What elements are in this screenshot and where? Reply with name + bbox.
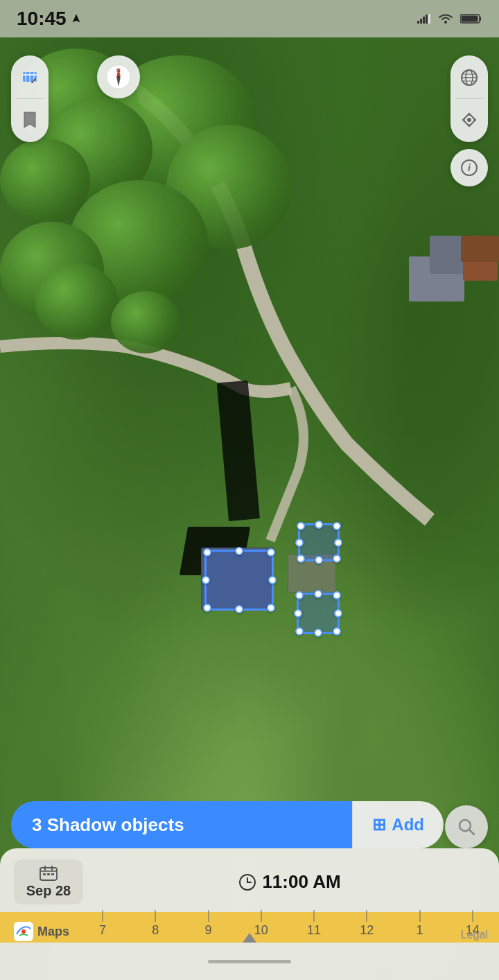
shadow-object-2[interactable] [204, 550, 274, 611]
right-control-pill-1 [450, 55, 488, 142]
search-button[interactable] [445, 805, 488, 848]
time-display: 10:45 [17, 8, 67, 30]
location-arrow-icon [71, 13, 82, 24]
legal-label: Legal [461, 929, 488, 940]
svg-rect-6 [423, 17, 425, 24]
ruler-track: 7 8 9 10 11 12 1 14 [76, 910, 499, 943]
ruler-hour: 9 [182, 910, 235, 938]
svg-text:i: i [468, 162, 471, 173]
ruler-hour: 12 [340, 910, 393, 938]
info-button[interactable]: i [450, 149, 488, 186]
ruler-hour: 7 [76, 910, 129, 938]
timeline-time-display: 11:00 AM [94, 871, 485, 893]
home-indicator [208, 960, 291, 963]
svg-point-20 [117, 76, 120, 78]
compass-container: N [97, 55, 140, 98]
compass-button[interactable]: N [97, 55, 140, 98]
status-time: 10:45 [17, 8, 82, 30]
ruler-hour: 8 [129, 910, 182, 938]
add-icon: ⊞ [372, 815, 386, 834]
wifi-icon [438, 13, 453, 24]
timeline-top: Sep 28 11:00 AM [0, 848, 499, 910]
shadow-object-1[interactable] [298, 523, 340, 561]
add-button[interactable]: ⊞ Add [352, 801, 444, 848]
bottom-bar [0, 943, 499, 980]
bottom-action-bar: 3 Shadow objects ⊞ Add [11, 801, 444, 848]
left-controls [11, 55, 49, 142]
svg-point-47 [21, 929, 26, 934]
svg-rect-41 [47, 873, 50, 875]
apple-maps-logo [14, 922, 33, 941]
clock-icon [238, 873, 256, 891]
svg-rect-11 [462, 16, 478, 22]
maps-label: Maps [37, 925, 69, 939]
status-bar: 10:45 [0, 0, 499, 37]
svg-line-35 [469, 830, 474, 834]
add-label: Add [392, 815, 424, 834]
svg-rect-40 [43, 873, 46, 875]
compass-icon: N [106, 64, 131, 89]
svg-point-27 [467, 118, 471, 122]
ruler-hour: 11 [288, 910, 340, 938]
shadow-objects-button[interactable]: 3 Shadow objects [11, 801, 352, 848]
svg-point-9 [444, 21, 447, 24]
svg-rect-42 [51, 873, 54, 875]
svg-rect-3 [461, 236, 499, 262]
tool-button[interactable] [15, 62, 45, 93]
timeline-date[interactable]: Sep 28 [14, 859, 83, 904]
svg-text:N: N [116, 67, 121, 73]
search-icon [457, 817, 476, 837]
location-button[interactable] [454, 105, 484, 135]
svg-rect-4 [417, 21, 419, 24]
left-control-pill [11, 55, 49, 142]
svg-rect-5 [420, 19, 422, 24]
maps-brand: Maps [14, 922, 69, 941]
shadow-object-3[interactable] [297, 593, 340, 634]
signal-icon [417, 14, 431, 24]
timeline-bar[interactable]: Sep 28 11:00 AM 7 8 9 [0, 848, 499, 943]
svg-rect-7 [426, 15, 428, 24]
timeline-time-label: 11:00 AM [262, 871, 340, 893]
right-controls: i [450, 55, 488, 186]
shadow-objects-label: 3 Shadow objects [32, 814, 184, 836]
legal-link[interactable]: Legal [461, 929, 488, 941]
timeline-ruler[interactable]: 7 8 9 10 11 12 1 14 [0, 910, 499, 943]
status-icons [417, 13, 482, 24]
bookmark-button[interactable] [15, 105, 45, 135]
ruler-hour: 1 [394, 910, 446, 938]
current-time-indicator [243, 933, 256, 943]
timeline-date-label: Sep 28 [26, 883, 71, 899]
calendar-icon [39, 865, 58, 882]
svg-rect-8 [428, 14, 430, 24]
globe-button[interactable] [454, 62, 484, 93]
battery-icon [460, 13, 482, 24]
